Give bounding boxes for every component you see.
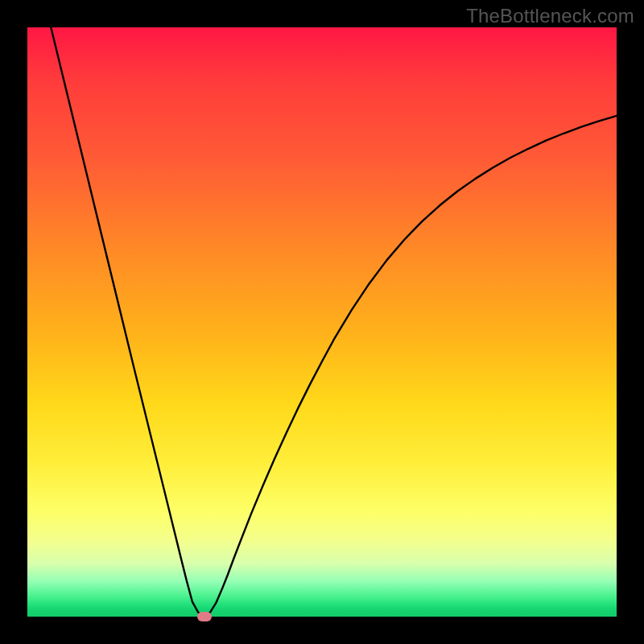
chart-frame: TheBottleneck.com: [0, 0, 644, 644]
plot-area: [27, 27, 617, 617]
attribution-watermark: TheBottleneck.com: [466, 5, 634, 27]
bottleneck-curve: [27, 27, 617, 617]
optimum-marker: [197, 612, 212, 621]
curve-path: [51, 27, 617, 616]
